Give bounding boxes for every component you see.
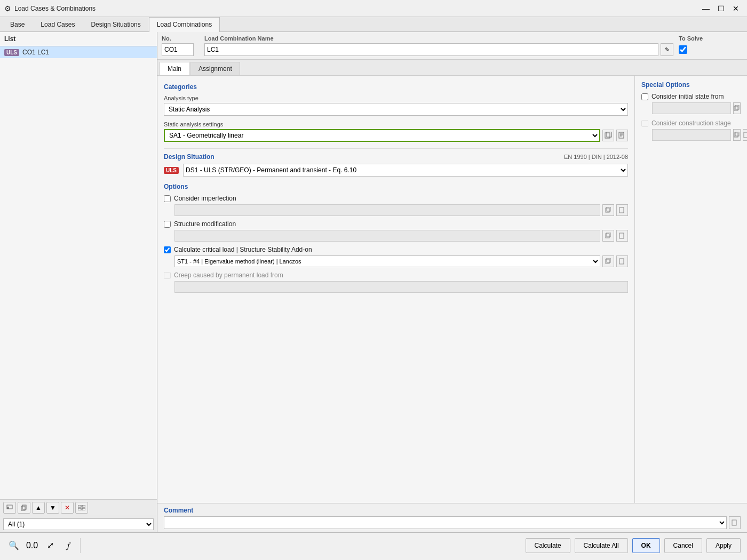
ok-button[interactable]: OK [632, 538, 660, 553]
tab-assignment[interactable]: Assignment [190, 62, 240, 75]
initial-state-label: Consider initial state from [651, 93, 724, 100]
comment-section: Comment [157, 503, 747, 532]
special-options-title: Special Options [641, 81, 741, 89]
svg-rect-26 [735, 132, 739, 136]
design-situation-section: Design Situation EN 1990 | DIN | 2012-08… [164, 148, 628, 177]
right-panel: No. Load Combination Name ✎ To Solve Mai… [157, 32, 747, 532]
imperfection-checkbox[interactable] [164, 195, 171, 202]
view-button[interactable] [75, 502, 88, 514]
no-label: No. [162, 35, 199, 42]
titlebar-title: Load Cases & Combinations [14, 5, 699, 12]
static-settings-row: SA1 - Geometrically linear [164, 129, 628, 142]
construction-stage-btn2[interactable] [743, 129, 747, 141]
initial-state-input[interactable] [652, 102, 731, 114]
critical-load-select[interactable]: ST1 - #4 | Eigenvalue method (linear) | … [174, 255, 600, 267]
app-icon: ⚙ [4, 4, 11, 13]
close-button[interactable]: ✕ [729, 2, 743, 15]
name-input[interactable] [204, 43, 658, 56]
filter-select[interactable]: All (1) [3, 518, 154, 530]
critical-load-edit-btn[interactable] [616, 255, 628, 267]
static-settings-select[interactable]: SA1 - Geometrically linear [164, 129, 600, 142]
minimize-button[interactable]: — [699, 2, 713, 15]
imperfection-input[interactable] [174, 204, 600, 216]
menu-tabs: Base Load Cases Design Situations Load C… [0, 17, 747, 32]
svg-rect-2 [21, 506, 25, 510]
creep-input[interactable] [174, 281, 628, 293]
comment-select[interactable] [164, 516, 727, 529]
construction-stage-btn1[interactable] [733, 129, 741, 141]
ds-select[interactable]: DS1 - ULS (STR/GEO) - Permanent and tran… [183, 164, 628, 177]
add-button[interactable] [3, 502, 16, 514]
tab-design-situations[interactable]: Design Situations [83, 17, 148, 31]
comment-label: Comment [164, 507, 741, 514]
critical-load-option: Calculate critical load | Structure Stab… [164, 246, 628, 267]
combo-no-group: No. [162, 35, 199, 56]
imperfection-new-btn[interactable] [602, 204, 614, 216]
initial-state-input-row [652, 102, 741, 114]
svg-rect-5 [82, 505, 85, 507]
arrow-icon-btn[interactable]: ⤢ [43, 538, 58, 553]
svg-rect-3 [22, 505, 26, 509]
initial-state-checkbox[interactable] [641, 93, 648, 100]
solve-label: To Solve [679, 35, 743, 42]
name-edit-button[interactable]: ✎ [661, 43, 673, 56]
structure-mod-checkbox[interactable] [164, 221, 171, 228]
structure-mod-input[interactable] [174, 230, 600, 242]
critical-load-new-btn[interactable] [602, 255, 614, 267]
tab-main[interactable]: Main [160, 62, 189, 75]
calculate-all-button[interactable]: Calculate All [575, 538, 628, 553]
construction-stage-input[interactable] [652, 129, 731, 141]
creep-checkbox[interactable] [164, 272, 171, 279]
number-icon-btn[interactable]: 0.0 [25, 538, 39, 553]
structure-mod-edit-btn[interactable] [616, 230, 628, 242]
maximize-button[interactable]: ☐ [714, 2, 728, 15]
ds-select-row: ULS DS1 - ULS (STR/GEO) - Permanent and … [164, 164, 628, 177]
name-input-row: ✎ [204, 43, 673, 56]
structure-mod-new-btn[interactable] [602, 230, 614, 242]
calculate-button[interactable]: Calculate [526, 538, 570, 553]
construction-stage-checkbox[interactable] [641, 120, 648, 127]
special-options-panel: Special Options Consider initial state f… [635, 76, 747, 503]
move-up-button[interactable]: ▲ [32, 502, 45, 514]
move-down-button[interactable]: ▼ [46, 502, 59, 514]
imperfection-edit-btn[interactable] [616, 204, 628, 216]
svg-rect-6 [78, 508, 81, 510]
function-icon-btn[interactable]: 𝑓 [61, 538, 76, 553]
apply-button[interactable]: Apply [706, 538, 741, 553]
initial-state-option: Consider initial state from [641, 93, 741, 114]
ds-title: Design Situation [164, 153, 214, 161]
tab-base[interactable]: Base [2, 17, 33, 31]
creep-option: Creep caused by permanent load from [164, 271, 628, 293]
svg-rect-16 [619, 207, 624, 213]
delete-button[interactable]: ✕ [61, 502, 74, 514]
critical-load-label: Calculate critical load | Structure Stab… [174, 246, 312, 253]
options-title: Options [164, 183, 628, 190]
list-content: ULS CO1 LC1 [0, 46, 157, 499]
creep-input-row [174, 281, 628, 293]
tab-load-combinations[interactable]: Load Combinations [149, 17, 220, 32]
cancel-button[interactable]: Cancel [664, 538, 702, 553]
categories-title: Categories [164, 83, 628, 91]
critical-load-checkbox[interactable] [164, 246, 171, 253]
initial-state-btn[interactable] [733, 102, 741, 114]
svg-rect-0 [7, 507, 9, 509]
left-panel: List ULS CO1 LC1 ▲ ▼ ✕ [0, 32, 157, 532]
svg-rect-22 [619, 259, 624, 264]
structure-mod-input-row [174, 230, 628, 242]
tab-load-cases[interactable]: Load Cases [33, 17, 83, 31]
no-input[interactable] [162, 43, 194, 56]
ds-norm: EN 1990 | DIN | 2012-08 [564, 154, 628, 160]
copy-button[interactable] [18, 502, 30, 514]
ds-header: Design Situation EN 1990 | DIN | 2012-08 [164, 153, 628, 161]
to-solve-checkbox[interactable] [679, 45, 687, 54]
svg-rect-28 [732, 520, 736, 525]
construction-stage-option: Consider construction stage [641, 119, 741, 141]
combo-solve-group: To Solve [679, 35, 743, 56]
analysis-type-select[interactable]: Static Analysis [164, 103, 628, 116]
list-item[interactable]: ULS CO1 LC1 [0, 46, 157, 58]
search-icon-btn[interactable]: 🔍 [6, 538, 21, 553]
static-settings-edit-btn[interactable] [616, 130, 628, 141]
static-settings-group: Static analysis settings SA1 - Geometric… [164, 121, 628, 142]
static-settings-new-btn[interactable] [602, 130, 614, 141]
comment-edit-btn[interactable] [729, 516, 741, 529]
